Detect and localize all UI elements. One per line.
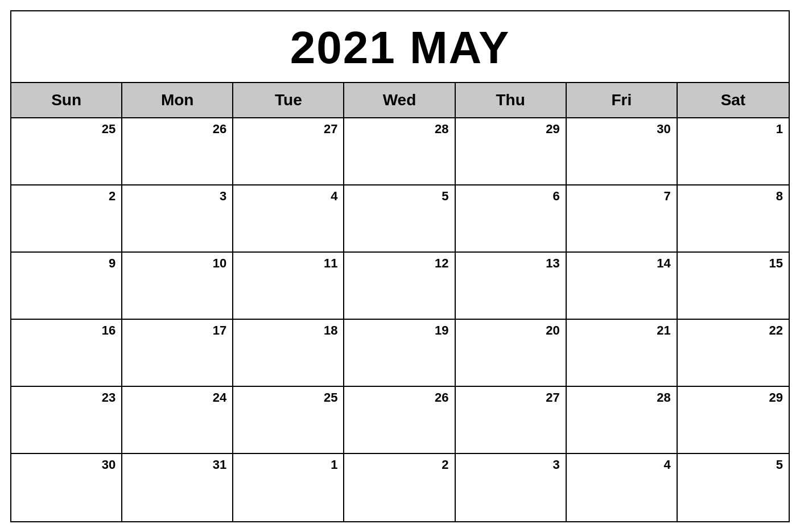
day-number: 28: [572, 390, 671, 405]
calendar-cell: 31: [122, 454, 233, 521]
day-number: 4: [239, 189, 337, 204]
day-number: 30: [572, 122, 671, 137]
day-number: 5: [350, 189, 448, 204]
day-number: 2: [17, 189, 116, 204]
day-number: 29: [461, 122, 560, 137]
calendar-cell: 28: [344, 118, 455, 184]
day-number: 27: [239, 122, 337, 137]
calendar-cell: 24: [122, 387, 233, 453]
calendar-cell: 26: [122, 118, 233, 184]
calendar-title: 2021 MAY: [11, 11, 789, 83]
header-cell-thu: Thu: [456, 83, 567, 117]
header-cell-mon: Mon: [122, 83, 233, 117]
calendar-cell: 6: [456, 185, 567, 251]
day-number: 5: [683, 457, 783, 472]
day-number: 10: [128, 256, 226, 271]
day-number: 7: [572, 189, 671, 204]
calendar-cell: 29: [678, 387, 789, 453]
day-number: 27: [461, 390, 560, 405]
calendar-cell: 16: [11, 320, 122, 386]
day-number: 16: [17, 323, 116, 338]
day-number: 8: [683, 189, 783, 204]
calendar-cell: 13: [456, 253, 567, 319]
calendar-week-4: 23242526272829: [11, 387, 789, 454]
header-cell-fri: Fri: [567, 83, 678, 117]
calendar-cell: 18: [233, 320, 344, 386]
day-number: 24: [128, 390, 226, 405]
calendar-cell: 21: [567, 320, 678, 386]
day-number: 11: [239, 256, 337, 271]
calendar-week-3: 16171819202122: [11, 320, 789, 387]
day-number: 23: [17, 390, 116, 405]
day-number: 25: [17, 122, 116, 137]
day-number: 18: [239, 323, 337, 338]
day-number: 20: [461, 323, 560, 338]
calendar-week-5: 303112345: [11, 454, 789, 521]
calendar-cell: 9: [11, 253, 122, 319]
calendar-cell: 10: [122, 253, 233, 319]
day-number: 26: [350, 390, 448, 405]
day-number: 1: [239, 457, 337, 472]
day-number: 3: [128, 189, 226, 204]
day-number: 1: [683, 122, 783, 137]
calendar-cell: 30: [11, 454, 122, 521]
calendar-container: 2021 MAY SunMonTueWedThuFriSat 252627282…: [10, 10, 790, 522]
day-number: 22: [683, 323, 783, 338]
day-number: 4: [572, 457, 671, 472]
calendar-cell: 4: [233, 185, 344, 251]
calendar-cell: 27: [456, 387, 567, 453]
calendar-cell: 12: [344, 253, 455, 319]
calendar-cell: 30: [567, 118, 678, 184]
calendar-cell: 29: [456, 118, 567, 184]
day-number: 15: [683, 256, 783, 271]
day-number: 17: [128, 323, 226, 338]
calendar-cell: 7: [567, 185, 678, 251]
calendar-cell: 26: [344, 387, 455, 453]
calendar-week-0: 2526272829301: [11, 118, 789, 185]
day-number: 30: [17, 457, 116, 472]
calendar-cell: 22: [678, 320, 789, 386]
calendar-cell: 11: [233, 253, 344, 319]
calendar-cell: 14: [567, 253, 678, 319]
calendar-cell: 17: [122, 320, 233, 386]
calendar-week-1: 2345678: [11, 185, 789, 253]
header-cell-wed: Wed: [344, 83, 455, 117]
day-number: 13: [461, 256, 560, 271]
day-number: 29: [683, 390, 783, 405]
calendar-week-2: 9101112131415: [11, 253, 789, 320]
calendar-header: SunMonTueWedThuFriSat: [11, 83, 789, 118]
calendar-cell: 25: [11, 118, 122, 184]
calendar-cell: 20: [456, 320, 567, 386]
calendar-cell: 3: [122, 185, 233, 251]
calendar-cell: 19: [344, 320, 455, 386]
calendar-cell: 28: [567, 387, 678, 453]
calendar-cell: 1: [233, 454, 344, 521]
calendar-cell: 2: [344, 454, 455, 521]
calendar-cell: 3: [456, 454, 567, 521]
day-number: 9: [17, 256, 116, 271]
calendar-cell: 1: [678, 118, 789, 184]
calendar-cell: 27: [233, 118, 344, 184]
day-number: 3: [461, 457, 560, 472]
header-cell-tue: Tue: [233, 83, 344, 117]
day-number: 21: [572, 323, 671, 338]
calendar-cell: 4: [567, 454, 678, 521]
header-cell-sun: Sun: [11, 83, 122, 117]
header-cell-sat: Sat: [678, 83, 789, 117]
calendar-cell: 15: [678, 253, 789, 319]
calendar-cell: 5: [344, 185, 455, 251]
day-number: 6: [461, 189, 560, 204]
day-number: 12: [350, 256, 448, 271]
calendar-body: 2526272829301234567891011121314151617181…: [11, 118, 789, 521]
day-number: 19: [350, 323, 448, 338]
calendar-cell: 23: [11, 387, 122, 453]
day-number: 26: [128, 122, 226, 137]
day-number: 14: [572, 256, 671, 271]
calendar-cell: 8: [678, 185, 789, 251]
day-number: 2: [350, 457, 448, 472]
day-number: 31: [128, 457, 226, 472]
day-number: 28: [350, 122, 448, 137]
calendar-cell: 2: [11, 185, 122, 251]
calendar-cell: 25: [233, 387, 344, 453]
calendar-cell: 5: [678, 454, 789, 521]
